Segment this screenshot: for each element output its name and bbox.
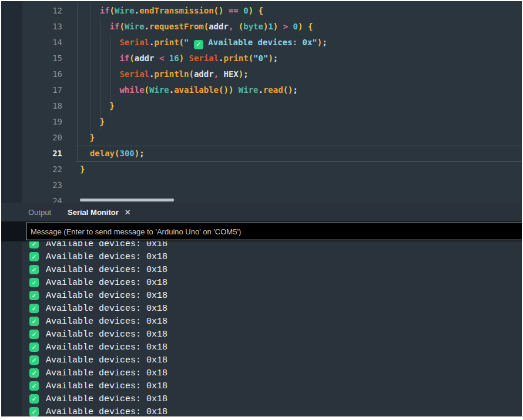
code-token: (	[119, 22, 124, 31]
code-token: )	[239, 69, 243, 79]
code-token: delay	[90, 149, 115, 158]
arduino-ide-window: 12131415161718192021222324 if(Wire.endTr…	[1, 1, 522, 416]
serial-output-lines: ✓Available devices: 0x18✓Available devic…	[1, 241, 522, 416]
check-icon: ✓	[29, 278, 39, 287]
code-token: "	[184, 38, 194, 47]
line-number[interactable]: 24	[22, 193, 76, 203]
code-token: ()	[283, 85, 293, 95]
code-token: requestFrom	[149, 22, 204, 31]
serial-output-text: Available devices: 0x18	[46, 291, 167, 301]
code-token	[233, 85, 238, 95]
code-token: 1	[268, 22, 273, 31]
check-icon: ✓	[29, 355, 39, 365]
code-token	[154, 53, 159, 63]
tab-output[interactable]: Output	[28, 208, 51, 217]
code-token: HEX	[219, 69, 239, 79]
code-token: }	[90, 133, 95, 142]
code-token: (	[110, 6, 115, 15]
line-number[interactable]: 14	[22, 35, 76, 51]
code-token: ,	[214, 69, 219, 79]
serial-output-text: Available devices: 0x18	[46, 355, 167, 365]
check-icon: ✓	[29, 265, 39, 274]
code-line[interactable]	[76, 177, 522, 193]
line-number[interactable]: 20	[22, 130, 76, 146]
check-icon: ✓	[29, 381, 39, 391]
code-token: ;	[139, 149, 144, 158]
code-line[interactable]: if(addr < 16) Serial.print("0");	[76, 51, 522, 66]
code-token: }	[110, 101, 115, 110]
serial-output-text: Available devices: 0x18	[46, 407, 167, 417]
line-number[interactable]: 12	[22, 3, 76, 19]
line-number[interactable]: 13	[22, 19, 76, 35]
code-token: ()	[214, 6, 224, 15]
code-token: .	[169, 85, 174, 95]
serial-message-row	[1, 221, 522, 241]
serial-output-line: ✓Available devices: 0x18	[1, 392, 522, 405]
code-token	[253, 6, 258, 15]
line-number[interactable]: 16	[22, 66, 76, 82]
code-token: ;	[243, 69, 248, 79]
code-token: ;	[293, 85, 298, 95]
serial-output-line: ✓Available devices: 0x18	[1, 341, 522, 354]
code-line[interactable]: if(Wire.requestFrom(addr, (byte)1) > 0) …	[76, 19, 522, 35]
code-token: Wire	[149, 85, 169, 95]
code-line[interactable]: if(Wire.endTransmission() == 0) {	[76, 3, 522, 19]
check-icon: ✓	[29, 291, 39, 300]
code-token: endTransmission	[139, 6, 213, 15]
line-number[interactable]: 22	[22, 162, 76, 177]
check-icon: ✓	[29, 342, 39, 352]
serial-output-line: ✓Available devices: 0x18	[1, 354, 522, 367]
line-number[interactable]: 19	[22, 114, 76, 130]
code-token: }	[80, 164, 85, 174]
line-number[interactable]: 17	[22, 82, 76, 98]
serial-output-line: ✓Available devices: 0x18	[1, 367, 522, 379]
code-token: (	[204, 22, 209, 31]
check-icon: ✓	[29, 252, 39, 261]
code-token: Wire	[125, 22, 145, 31]
code-token: while	[119, 85, 144, 95]
close-icon[interactable]: ✕	[125, 208, 131, 217]
code-token	[239, 6, 243, 15]
code-token	[164, 53, 169, 63]
code-line[interactable]: }	[76, 114, 522, 130]
code-token: (	[145, 85, 149, 95]
code-editor[interactable]: 12131415161718192021222324 if(Wire.endTr…	[1, 1, 522, 203]
serial-output-text: Available devices: 0x18	[46, 368, 167, 378]
code-line[interactable]: delay(300);	[76, 146, 522, 162]
code-content[interactable]: if(Wire.endTransmission() == 0) {if(Wire…	[76, 3, 522, 203]
code-line[interactable]: }	[76, 130, 522, 146]
check-icon: ✓	[29, 304, 39, 313]
code-token: )	[317, 38, 322, 47]
serial-message-input[interactable]	[26, 223, 522, 240]
tab-serial-monitor-label: Serial Monitor	[68, 208, 119, 217]
code-token: print	[154, 38, 179, 47]
serial-output-text: Available devices: 0x18	[46, 317, 167, 327]
serial-monitor-output[interactable]: ✓Available devices: 0x18✓Available devic…	[1, 241, 522, 416]
code-token: ;	[273, 53, 278, 63]
serial-output-line: ✓Available devices: 0x18	[1, 315, 522, 328]
code-line[interactable]: Serial.println(addr, HEX);	[76, 66, 522, 82]
code-line[interactable]: }	[76, 98, 522, 114]
tab-serial-monitor[interactable]: Serial Monitor ✕	[68, 208, 131, 217]
line-number[interactable]: 21	[22, 146, 76, 162]
code-token: )	[179, 53, 184, 63]
serial-output-line: ✓Available devices: 0x18	[1, 241, 522, 250]
serial-output-line: ✓Available devices: 0x18	[1, 328, 522, 341]
line-number[interactable]: 18	[22, 98, 76, 114]
code-line[interactable]: }	[76, 162, 522, 177]
code-line[interactable]: Serial.print(" ✓ Available devices: 0x")…	[76, 35, 522, 51]
editor-horizontal-scrollbar[interactable]	[80, 199, 174, 201]
code-token: if	[119, 53, 129, 63]
code-token: println	[154, 69, 189, 79]
serial-output-text: Available devices: 0x18	[46, 265, 167, 275]
line-number[interactable]: 23	[22, 177, 76, 193]
code-token: byte	[243, 22, 263, 31]
serial-output-line: ✓Available devices: 0x18	[1, 302, 522, 315]
line-number[interactable]: 15	[22, 51, 76, 66]
code-line[interactable]: while(Wire.available()) Wire.read();	[76, 82, 522, 98]
code-token: Wire	[115, 6, 135, 15]
check-icon: ✓	[29, 330, 39, 339]
code-token: (	[129, 53, 134, 63]
code-token: )	[135, 149, 139, 158]
check-icon: ✓	[29, 407, 39, 416]
